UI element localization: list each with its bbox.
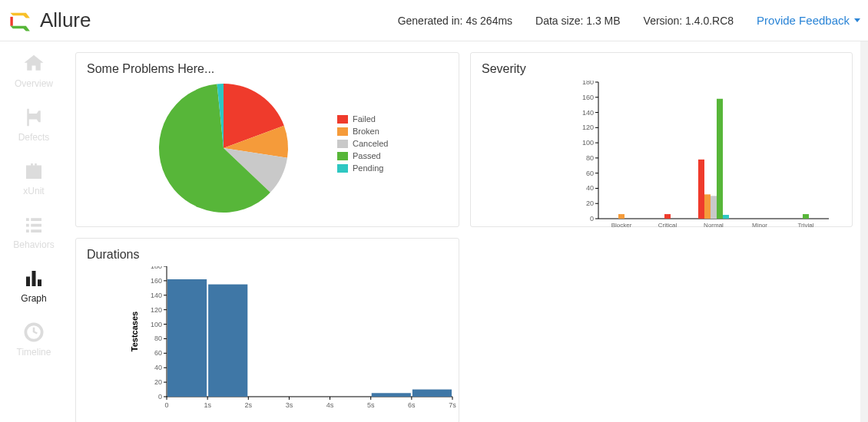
svg-text:Minor: Minor — [752, 222, 767, 229]
legend-row: Passed — [337, 151, 388, 160]
sidebar-item-label: Overview — [15, 78, 53, 89]
durations-panel-title: Durations — [76, 239, 459, 266]
legend-label: Canceled — [353, 139, 388, 148]
svg-text:Testcases: Testcases — [130, 312, 139, 351]
svg-text:6s: 6s — [408, 401, 416, 409]
durations-bar-chart: 020406080100120140160180Testcases01s2s3s… — [76, 266, 459, 422]
svg-rect-62 — [208, 285, 247, 397]
clock-icon — [21, 321, 47, 344]
svg-text:80: 80 — [154, 335, 162, 342]
sidebar-item-label: Behaviors — [13, 239, 54, 250]
svg-text:Trivial: Trivial — [797, 222, 813, 229]
legend-swatch — [337, 127, 348, 136]
severity-bar-chart: 020406080100120140160180BlockerCriticalN… — [471, 81, 835, 240]
svg-rect-31 — [711, 196, 717, 219]
svg-text:7s: 7s — [449, 401, 456, 409]
svg-text:160: 160 — [151, 277, 162, 285]
version-label: Version: 1.4.0.RC8 — [644, 15, 734, 27]
svg-text:20: 20 — [154, 378, 162, 386]
severity-panel: Severity 020406080100120140160180Blocker… — [470, 52, 853, 227]
svg-rect-30 — [704, 194, 711, 219]
svg-text:80: 80 — [586, 154, 594, 162]
svg-text:Critical: Critical — [658, 222, 678, 229]
severity-panel-title: Severity — [471, 53, 852, 81]
svg-text:100: 100 — [582, 139, 594, 147]
svg-rect-32 — [717, 99, 723, 219]
problems-legend: FailedBrokenCanceledPassedPending — [337, 114, 388, 216]
svg-rect-25 — [618, 214, 624, 219]
svg-text:2s: 2s — [245, 401, 253, 409]
sidebar-item-behaviors[interactable]: Behaviors — [0, 213, 68, 250]
svg-rect-64 — [412, 390, 452, 397]
svg-rect-29 — [698, 160, 704, 219]
sidebar-item-label: Defects — [18, 132, 50, 143]
data-size-label: Data size: 1.3 MB — [535, 15, 621, 27]
legend-label: Passed — [353, 151, 381, 160]
legend-label: Failed — [353, 114, 376, 124]
sidebar-nav: Overview Defects xUnit Behaviors Graph T… — [0, 41, 68, 374]
svg-text:0: 0 — [158, 393, 162, 401]
home-icon — [21, 52, 47, 75]
svg-rect-63 — [372, 393, 411, 397]
svg-rect-33 — [723, 215, 729, 219]
svg-marker-0 — [10, 12, 30, 18]
svg-text:140: 140 — [582, 109, 594, 117]
list-icon — [21, 213, 47, 236]
legend-label: Broken — [353, 127, 379, 136]
legend-swatch — [337, 115, 348, 124]
svg-text:180: 180 — [151, 266, 162, 270]
svg-text:180: 180 — [582, 81, 594, 86]
svg-text:1s: 1s — [204, 401, 211, 409]
svg-text:120: 120 — [582, 124, 594, 131]
svg-rect-61 — [167, 279, 207, 397]
problems-panel-title: Some Problems Here... — [76, 53, 459, 81]
svg-text:Normal: Normal — [704, 222, 724, 229]
svg-text:0: 0 — [164, 401, 168, 409]
problems-pie-chart — [156, 81, 291, 216]
svg-text:5s: 5s — [367, 401, 375, 409]
sidebar-item-label: Timeline — [17, 347, 51, 358]
sidebar-item-label: xUnit — [23, 186, 44, 196]
svg-rect-36 — [803, 214, 809, 219]
svg-marker-1 — [10, 16, 12, 25]
brand-title: Allure — [40, 8, 91, 32]
flag-icon — [21, 106, 47, 129]
main-content: Some Problems Here... FailedBrokenCancel… — [68, 41, 860, 422]
problems-panel: Some Problems Here... FailedBrokenCancel… — [75, 52, 459, 227]
sidebar-item-defects[interactable]: Defects — [0, 106, 68, 143]
svg-marker-2 — [10, 25, 30, 31]
sidebar-item-timeline[interactable]: Timeline — [0, 321, 68, 358]
svg-text:60: 60 — [154, 349, 162, 357]
chevron-down-icon — [854, 18, 860, 22]
svg-text:20: 20 — [586, 199, 594, 207]
generated-in-label: Generated in: 4s 264ms — [398, 15, 512, 27]
provide-feedback-label: Provide Feedback — [757, 14, 850, 27]
sidebar-item-overview[interactable]: Overview — [0, 52, 68, 89]
svg-text:100: 100 — [151, 321, 162, 328]
sidebar-item-xunit[interactable]: xUnit — [0, 160, 68, 196]
legend-row: Broken — [337, 127, 388, 136]
briefcase-icon — [21, 160, 47, 183]
svg-text:120: 120 — [151, 306, 162, 314]
svg-text:Blocker: Blocker — [611, 222, 632, 229]
allure-logo-icon — [8, 8, 34, 34]
durations-panel: Durations 020406080100120140160180Testca… — [75, 238, 459, 422]
app-header: Allure Generated in: 4s 264ms Data size:… — [0, 0, 868, 41]
sidebar-item-label: Graph — [21, 293, 46, 304]
legend-row: Pending — [337, 163, 388, 173]
vertical-scrollbar[interactable] — [860, 41, 868, 422]
legend-swatch — [337, 140, 348, 148]
svg-text:40: 40 — [154, 364, 162, 371]
legend-row: Failed — [337, 114, 388, 124]
sidebar-item-graph[interactable]: Graph — [0, 267, 68, 304]
legend-swatch — [337, 164, 348, 173]
svg-text:60: 60 — [586, 170, 594, 177]
bar-chart-icon — [21, 267, 47, 290]
svg-text:160: 160 — [582, 94, 594, 101]
svg-text:3s: 3s — [286, 401, 293, 409]
svg-text:40: 40 — [586, 184, 594, 192]
provide-feedback-link[interactable]: Provide Feedback — [757, 14, 860, 27]
legend-label: Pending — [353, 163, 383, 173]
legend-row: Canceled — [337, 139, 388, 148]
legend-swatch — [337, 152, 348, 160]
